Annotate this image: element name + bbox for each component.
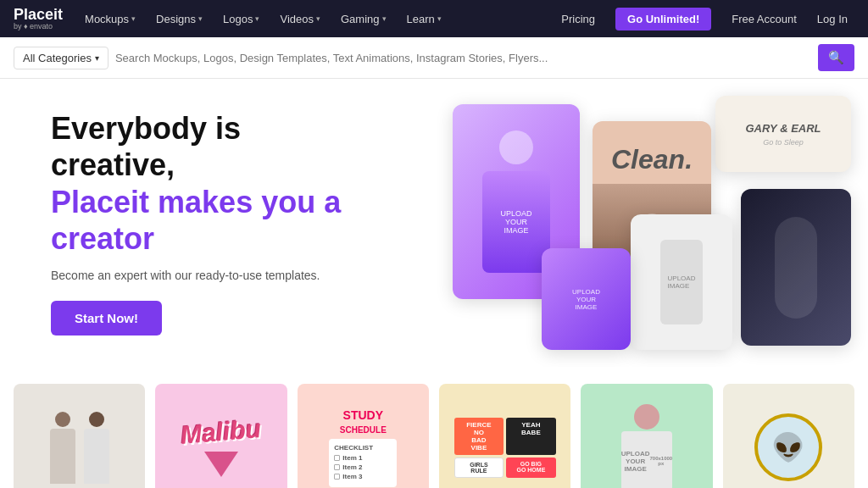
nav-mockups[interactable]: Mockups ▾	[76, 0, 144, 37]
hero-images: UPLOADYOURIMAGE GARY & EARL Go to Sleep …	[393, 79, 868, 367]
search-input[interactable]	[115, 48, 811, 68]
chevron-down-icon: ▾	[198, 14, 203, 23]
hero-title-purple: Placeit makes you a creator	[51, 184, 356, 257]
logo-sub: by ♦ envato	[14, 22, 63, 30]
alien-icon: 👽	[771, 431, 805, 463]
hero-cta-button[interactable]: Start Now!	[51, 301, 162, 336]
logo-text: Placeit	[14, 7, 63, 22]
search-bar: All Categories ▾ 🔍	[0, 37, 868, 79]
gallery-card-tote[interactable]: FIERCENOBADVIBE YEAHBABE GIRLSRULE GO BI…	[439, 384, 570, 488]
gallery-img-ai: UPLOADYOURIMAGE700x1000 px	[581, 384, 712, 488]
navbar: Placeit by ♦ envato Mockups ▾ Designs ▾ …	[0, 0, 868, 37]
hero-card-woman-mask: UPLOADIMAGE	[631, 214, 732, 350]
go-unlimited-button[interactable]: Go Unlimited!	[615, 8, 711, 30]
nav-log-in[interactable]: Log In	[810, 13, 854, 25]
hero-text-block: Everybody is creative, Placeit makes you…	[0, 79, 407, 367]
nav-pricing[interactable]: Pricing	[551, 13, 605, 25]
nav-designs[interactable]: Designs ▾	[147, 0, 211, 37]
gallery-card-planner[interactable]: STUDYSCHEDULE CHECKLIST Item 1 Item 2 It…	[298, 384, 429, 488]
chevron-down-icon: ▾	[316, 14, 320, 23]
gallery-card-barbie[interactable]: Malibu 204 Barbie-Inspired Templates	[155, 384, 287, 488]
gallery-img-barbie: Malibu	[155, 384, 287, 488]
gallery-section: 135 Creators' Picks Malibu 204 Barbie-In…	[0, 367, 868, 488]
category-label: All Categories	[23, 52, 92, 64]
gallery-img-planner: STUDYSCHEDULE CHECKLIST Item 1 Item 2 It…	[298, 384, 429, 488]
hero-section: Everybody is creative, Placeit makes you…	[0, 79, 868, 367]
gallery-img-ufo: 👽	[723, 384, 854, 488]
nav-learn[interactable]: Learn ▾	[398, 0, 450, 37]
chevron-down-icon: ▾	[95, 53, 99, 63]
gallery-img-tote: FIERCENOBADVIBE YEAHBABE GIRLSRULE GO BI…	[439, 384, 570, 488]
gallery-img-creators	[14, 384, 145, 488]
chevron-down-icon: ▾	[382, 14, 387, 23]
category-dropdown[interactable]: All Categories ▾	[14, 47, 108, 69]
nav-logos[interactable]: Logos ▾	[214, 0, 268, 37]
nav-videos[interactable]: Videos ▾	[271, 0, 329, 37]
search-input-wrap	[115, 48, 811, 68]
hero-card-woman-dark	[741, 189, 851, 346]
hero-card-gary: GARY & EARL Go to Sleep	[715, 96, 851, 172]
nav-gaming[interactable]: Gaming ▾	[332, 0, 395, 37]
chevron-down-icon: ▾	[131, 14, 136, 23]
gallery-card-ufo[interactable]: 👽 331 UFO Templates	[723, 384, 854, 488]
gallery-card-creators[interactable]: 135 Creators' Picks	[14, 384, 145, 488]
hero-title-black: Everybody is creative,	[51, 110, 356, 183]
chevron-down-icon: ▾	[437, 14, 442, 23]
gallery-card-ai[interactable]: UPLOADYOURIMAGE700x1000 px 539 AI Genera…	[581, 384, 712, 488]
search-icon: 🔍	[828, 50, 844, 64]
hero-card-purple-tee: UPLOADYOURIMAGE	[542, 248, 631, 350]
nav-free-account[interactable]: Free Account	[721, 13, 807, 25]
search-button[interactable]: 🔍	[818, 44, 854, 71]
chevron-down-icon: ▾	[255, 14, 259, 23]
site-logo[interactable]: Placeit by ♦ envato	[14, 7, 63, 30]
hero-subtitle: Become an expert with our ready-to-use t…	[51, 269, 356, 282]
